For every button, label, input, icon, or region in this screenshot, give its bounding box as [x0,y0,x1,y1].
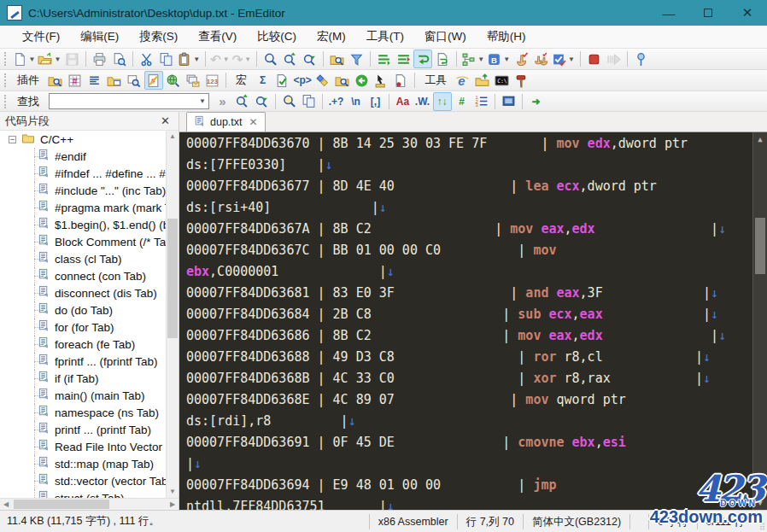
go-next-button[interactable]: ➜ [527,92,546,111]
snippet-item[interactable]: do (do Tab) [0,301,166,319]
status-mode[interactable] [629,514,648,529]
find-all-button[interactable] [280,92,299,111]
chevron-down-icon[interactable]: ▼ [193,56,200,63]
menu-item-3[interactable]: 搜索(S) [129,26,188,48]
scroll-down-icon[interactable]: ▼ [167,486,179,498]
list-results-button[interactable]: 123 [472,92,491,111]
scroll-down-icon[interactable]: ▼ [753,496,767,510]
find-next-button[interactable] [253,92,272,111]
menu-item-1[interactable]: 文件(F) [12,26,70,48]
plugin-hex-button[interactable]: # [66,71,85,90]
macro-colors-button[interactable] [313,71,332,90]
snippet-item[interactable]: class (cl Tab) [0,250,166,267]
snippet-item[interactable]: main() (main Tab) [0,387,166,404]
macro-find-folder-button[interactable] [333,71,352,90]
plugin-open-documents-button[interactable] [184,71,202,90]
scroll-up-icon[interactable]: ▲ [167,131,179,143]
wrap-none-button[interactable] [374,50,393,68]
tool-export-button[interactable] [473,71,492,90]
snippet-item[interactable]: struct (st Tab) [0,489,166,498]
snippet-item[interactable]: fprintf ... (fprintf Tab) [0,353,166,370]
chevron-down-icon[interactable]: ▼ [244,56,251,63]
close-button[interactable]: ✕ [728,0,767,26]
snippets-tree[interactable]: −C/C++#endif#ifndef ... #define ... #end… [0,131,166,498]
scroll-up-icon[interactable]: ▲ [753,132,767,146]
find-input[interactable] [50,95,196,108]
number-range-button[interactable]: [,] [366,92,385,111]
editor[interactable]: 00007FF84DD63670 | 8B 14 25 30 03 FE 7F … [179,132,767,510]
match-whole-word-button[interactable]: .W. [413,92,432,111]
multiple-selection-button[interactable] [531,50,550,68]
filter-button[interactable] [347,50,366,68]
search-up-down-button[interactable]: ↑↓ [433,92,452,111]
toolbar-grip[interactable] [4,52,9,66]
plugin-explorer-button[interactable] [105,71,124,90]
scroll-left-icon[interactable]: ◀ [0,499,12,510]
chevron-down-icon[interactable]: ▼ [29,56,36,63]
selection-mode-button[interactable] [512,50,530,68]
plugin-snippets-button[interactable] [46,71,65,90]
toolbar-grip[interactable] [4,73,9,87]
cut-button[interactable] [137,50,155,68]
pin-button[interactable] [631,50,650,68]
menu-item-4[interactable]: 查看(V) [188,26,247,48]
macro-sum-button[interactable]: Σ [254,71,272,90]
collapse-icon[interactable]: − [9,136,16,143]
snippet-item[interactable]: $1.begin(), $1.end() (beg Tab) [0,216,166,233]
more-options-button[interactable]: » [214,92,232,111]
outline-button[interactable]: ▼ [460,50,485,68]
wrap-by-window-button[interactable] [413,50,432,68]
encoding-button[interactable]: B▼ [486,50,511,68]
plugin-search-button[interactable] [125,71,143,90]
snippet-item[interactable]: Read File Into Vector [0,438,166,455]
chevron-down-icon[interactable]: ▼ [54,56,61,63]
plugin-web-preview-button[interactable] [164,71,183,90]
chevron-down-icon[interactable]: ▼ [477,56,484,63]
print-preview-button[interactable] [109,50,128,68]
snippet-item[interactable]: if (if Tab) [0,370,166,387]
snippet-item[interactable]: #ifndef ... #define ... #endif (def Tab) [0,165,166,182]
snippet-item[interactable]: std::vector (vector Tab) [0,472,166,489]
minimize-button[interactable]: — [649,0,688,26]
paste-button[interactable]: ▼ [176,50,201,68]
tab-dup-txt[interactable]: dup.txt ✕ [186,112,266,132]
menu-item-2[interactable]: 编辑(E) [70,26,129,48]
scroll-thumb[interactable] [167,219,178,338]
plugin-outline-button[interactable] [85,71,104,90]
find-previous-button[interactable] [233,92,252,111]
macro-select-cursor-button[interactable] [372,71,391,90]
snippet-item[interactable]: foreach (fe Tab) [0,336,166,353]
new-file-button[interactable]: ▼ [12,50,37,68]
menu-item-6[interactable]: 宏(M) [307,26,356,48]
resize-grip[interactable] [753,511,767,532]
count-matches-button[interactable]: # [453,92,471,111]
open-file-button[interactable]: ▼ [37,50,61,68]
menu-item-8[interactable]: 窗口(W) [414,26,477,48]
chevron-down-icon[interactable]: ▼ [223,56,230,63]
chevron-down-icon[interactable]: ▼ [568,56,575,63]
use-escape-sequence-button[interactable]: \n [347,92,366,111]
copy-button[interactable] [156,50,175,68]
scroll-right-icon[interactable]: ▶ [167,499,179,510]
tool-build-button[interactable] [512,71,531,90]
marks-button[interactable]: ▼ [551,50,576,68]
find-in-files-button[interactable] [327,50,346,68]
snippets-close-icon[interactable]: ✕ [157,114,173,127]
macro-back-button[interactable] [353,71,372,90]
macro-html-tag-button[interactable]: <p> [293,71,313,90]
status-encoding[interactable]: 简体中文(GB2312) [523,514,629,529]
use-regex-button[interactable]: .+? [327,92,346,111]
find-combobox[interactable]: ▼ [49,93,209,109]
tool-browser-button[interactable]: e [454,71,472,90]
macro-validate-button[interactable] [273,71,292,90]
snippets-vertical-scrollbar[interactable]: ▲ ▼ [166,131,179,498]
display-full-screen-button[interactable] [500,92,518,111]
copy-results-button[interactable] [300,92,319,111]
replace-button[interactable] [300,50,319,68]
snippet-item[interactable]: printf ... (printf Tab) [0,421,166,438]
toolbar-grip[interactable] [4,95,9,108]
print-button[interactable] [90,50,108,68]
snippet-item[interactable]: #include "..." (inc Tab) [0,182,166,199]
status-selection-lines[interactable]: 0/111 行 [697,514,753,529]
tab-close-icon[interactable]: ✕ [249,116,258,128]
